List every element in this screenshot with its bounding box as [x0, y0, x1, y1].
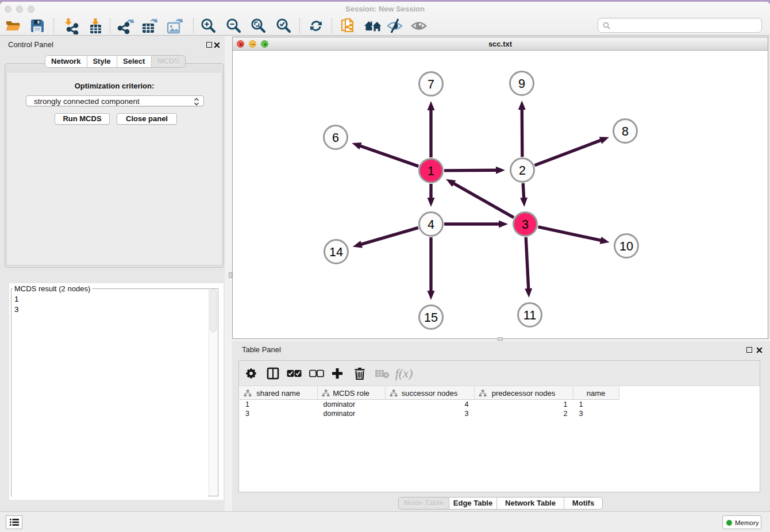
- hide-selected-button[interactable]: [385, 16, 405, 36]
- close-panel-icon[interactable]: [214, 42, 220, 48]
- search-field[interactable]: [598, 18, 762, 33]
- apply-layout-button[interactable]: [306, 16, 326, 36]
- edge-4-14[interactable]: [360, 228, 418, 244]
- cell-predecessor-nodes[interactable]: 1: [475, 400, 573, 409]
- tab-select[interactable]: Select: [117, 56, 152, 67]
- tab-mcds[interactable]: MCDS: [152, 56, 185, 67]
- column-header-shared-name[interactable]: shared name: [240, 386, 318, 400]
- network-graph[interactable]: 1234678910111415: [233, 51, 768, 338]
- column-header-name[interactable]: name: [573, 386, 619, 400]
- delete-column-button[interactable]: [351, 364, 369, 383]
- export-image-icon: [166, 17, 184, 34]
- column-label: successor nodes: [386, 386, 474, 400]
- result-scrollbar-thumb[interactable]: [210, 289, 217, 332]
- export-network-button[interactable]: [116, 16, 136, 36]
- arrowhead-3-11: [525, 288, 532, 298]
- zoom-selected-button[interactable]: [274, 16, 293, 36]
- cell-MCDS-role[interactable]: dominator: [318, 400, 386, 409]
- horizontal-splitter-grip[interactable]: [498, 337, 503, 341]
- search-input[interactable]: [613, 19, 758, 32]
- fx-icon: f(x): [395, 366, 413, 381]
- column-header-predecessor-nodes[interactable]: predecessor nodes: [475, 386, 573, 400]
- edge-2-3[interactable]: [523, 183, 523, 199]
- column-label: name: [573, 386, 619, 400]
- clone-network-icon: [339, 17, 356, 34]
- toolbar-separator: [193, 18, 194, 33]
- edge-2-9[interactable]: [522, 109, 522, 157]
- tab-network[interactable]: Network: [45, 56, 87, 67]
- tab-network-table[interactable]: Network Table: [497, 498, 564, 509]
- float-panel-icon[interactable]: [206, 42, 212, 48]
- edge-1-2[interactable]: [444, 170, 497, 171]
- first-neighbors-button[interactable]: [363, 16, 383, 36]
- table-header-row: shared nameMCDS rolesuccessor nodesprede…: [240, 386, 619, 400]
- tab-node-table[interactable]: Node Table: [399, 498, 449, 509]
- column-label: predecessor nodes: [475, 386, 573, 400]
- zoom-out-button[interactable]: [224, 16, 243, 36]
- arrowhead-4-3: [499, 221, 508, 228]
- show-columns-button[interactable]: [264, 364, 282, 383]
- export-table-button[interactable]: [140, 16, 160, 36]
- table-close-icon[interactable]: [756, 347, 763, 353]
- close-panel-button[interactable]: Close panel: [117, 113, 177, 125]
- cell-shared-name[interactable]: 3: [240, 409, 318, 418]
- edge-3-1[interactable]: [453, 183, 514, 218]
- select-all-button[interactable]: [285, 364, 303, 383]
- cell-successor-nodes[interactable]: 4: [386, 400, 475, 409]
- edge-3-10[interactable]: [538, 227, 602, 241]
- cell-name[interactable]: 3: [573, 409, 619, 418]
- function-builder-button[interactable]: f(x): [395, 364, 413, 383]
- titlebar: Session: New Session: [0, 2, 770, 16]
- clone-network-button[interactable]: [338, 16, 357, 36]
- tab-motifs[interactable]: Motifs: [564, 498, 602, 509]
- control-panel-title: Control Panel: [8, 36, 53, 52]
- delete-table-button[interactable]: [373, 364, 391, 383]
- task-history-button[interactable]: [6, 515, 22, 529]
- show-all-button[interactable]: [409, 16, 429, 36]
- save-session-button[interactable]: [28, 16, 47, 36]
- toolbar: [0, 16, 770, 36]
- run-mcds-button[interactable]: Run MCDS: [55, 113, 110, 125]
- arrowhead-2-8: [599, 137, 609, 144]
- import-network-button[interactable]: [61, 16, 80, 36]
- export-table-icon: [141, 17, 159, 34]
- tab-edge-table[interactable]: Edge Table: [449, 498, 497, 509]
- deselect-all-button[interactable]: [307, 364, 326, 383]
- arrowhead-1-6: [352, 142, 361, 149]
- cell-MCDS-role[interactable]: dominator: [318, 409, 386, 418]
- arrowhead-1-2: [496, 167, 505, 174]
- table-row[interactable]: 3dominator323: [240, 409, 759, 418]
- criterion-select[interactable]: strongly connected component: [26, 95, 204, 106]
- memory-button[interactable]: Memory: [722, 515, 761, 529]
- trash-icon: [353, 367, 366, 380]
- open-session-button[interactable]: [3, 16, 23, 36]
- tab-style[interactable]: Style: [87, 56, 117, 67]
- mcds-result-list[interactable]: 1 3: [12, 289, 208, 496]
- cell-predecessor-nodes[interactable]: 2: [475, 409, 573, 418]
- network-canvas[interactable]: 1234678910111415: [233, 51, 768, 338]
- export-image-button[interactable]: [165, 16, 185, 36]
- control-panel-tabs: NetworkStyleSelectMCDS: [45, 56, 185, 67]
- table-float-icon[interactable]: [746, 347, 752, 353]
- cell-successor-nodes[interactable]: 3: [386, 409, 475, 418]
- column-header-MCDS-role[interactable]: MCDS role: [318, 386, 386, 400]
- search-icon: [603, 22, 611, 30]
- edge-3-11[interactable]: [526, 237, 529, 290]
- result-scrollbar[interactable]: [209, 289, 217, 496]
- table-row[interactable]: 1dominator411: [240, 400, 759, 409]
- right-area: scc.txt 1234678910111415 Table Panel: [232, 36, 770, 511]
- column-header-successor-nodes[interactable]: successor nodes: [386, 386, 475, 400]
- add-column-button[interactable]: [328, 364, 346, 383]
- table-options-button[interactable]: [242, 364, 260, 383]
- vertical-splitter[interactable]: [225, 36, 232, 511]
- edge-2-8[interactable]: [535, 140, 602, 165]
- zoom-in-button[interactable]: [198, 16, 218, 36]
- edge-1-6[interactable]: [360, 146, 419, 167]
- toolbar-separator: [110, 18, 110, 33]
- zoom-in-icon: [199, 17, 217, 34]
- cell-shared-name[interactable]: 1: [240, 400, 318, 409]
- import-table-button[interactable]: [86, 16, 105, 36]
- control-panel-header: Control Panel: [0, 36, 225, 52]
- zoom-fit-button[interactable]: [248, 16, 268, 36]
- cell-name[interactable]: 1: [573, 400, 619, 409]
